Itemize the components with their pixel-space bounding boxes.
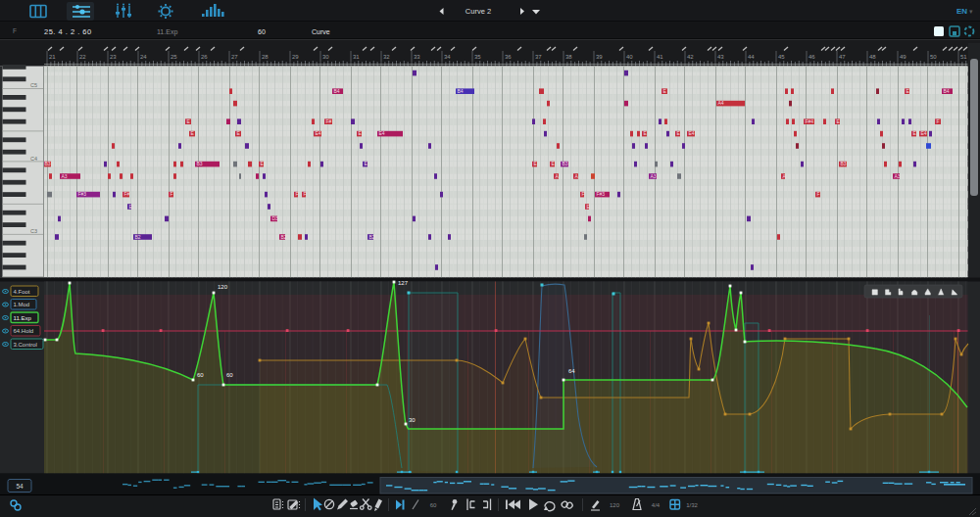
svg-text:B2: B2 bbox=[135, 234, 141, 240]
svg-text:120: 120 bbox=[610, 502, 620, 508]
svg-text:27: 27 bbox=[231, 54, 238, 60]
svg-text:29: 29 bbox=[292, 54, 299, 60]
svg-text:28: 28 bbox=[262, 54, 269, 60]
svg-text:25. 4 . 2 . 60: 25. 4 . 2 . 60 bbox=[44, 27, 92, 36]
svg-text:C5: C5 bbox=[30, 82, 37, 88]
svg-text:51: 51 bbox=[960, 54, 967, 60]
svg-text:4.Foot: 4.Foot bbox=[14, 289, 30, 295]
svg-text:F#3: F#3 bbox=[597, 191, 606, 197]
svg-text:64.Hold: 64.Hold bbox=[14, 328, 34, 334]
svg-text:E4: E4 bbox=[379, 130, 385, 136]
svg-text:B2: B2 bbox=[369, 234, 375, 240]
svg-text:24: 24 bbox=[140, 54, 147, 60]
svg-text:A3: A3 bbox=[651, 173, 657, 179]
svg-text:B3: B3 bbox=[197, 161, 203, 166]
svg-text:11.Exp: 11.Exp bbox=[14, 315, 32, 321]
svg-text:B3: B3 bbox=[563, 161, 568, 166]
svg-text:23: 23 bbox=[110, 54, 117, 60]
svg-text:54: 54 bbox=[16, 483, 24, 490]
svg-text:39: 39 bbox=[596, 54, 603, 60]
svg-text:A3: A3 bbox=[895, 173, 901, 179]
svg-text:F#4: F#4 bbox=[806, 118, 814, 124]
svg-text:E4: E4 bbox=[921, 130, 927, 136]
svg-text:F: F bbox=[13, 27, 17, 34]
svg-text:B3: B3 bbox=[841, 161, 847, 166]
svg-text:60: 60 bbox=[258, 28, 266, 35]
svg-text:4/4: 4/4 bbox=[652, 502, 661, 508]
svg-text:31: 31 bbox=[353, 54, 360, 60]
svg-text:36: 36 bbox=[505, 54, 512, 60]
svg-text:30: 30 bbox=[409, 417, 416, 423]
svg-text:F#: F# bbox=[124, 191, 130, 197]
svg-text:44: 44 bbox=[748, 54, 755, 60]
svg-text:50: 50 bbox=[930, 54, 937, 60]
svg-text:45: 45 bbox=[778, 54, 785, 60]
svg-text:F: F bbox=[296, 191, 299, 197]
svg-text:E4: E4 bbox=[316, 130, 321, 136]
svg-text:34: 34 bbox=[444, 54, 451, 60]
svg-text:21: 21 bbox=[49, 54, 56, 60]
svg-text:D3: D3 bbox=[272, 215, 279, 221]
svg-text:120: 120 bbox=[218, 284, 228, 290]
svg-text:B3: B3 bbox=[45, 161, 51, 166]
svg-text:F: F bbox=[304, 191, 307, 197]
svg-text:30: 30 bbox=[322, 54, 329, 60]
svg-text:F: F bbox=[171, 191, 173, 197]
svg-text:C4: C4 bbox=[30, 156, 37, 162]
svg-text:A3: A3 bbox=[62, 173, 68, 179]
svg-text:37: 37 bbox=[535, 54, 542, 60]
svg-text:49: 49 bbox=[900, 54, 906, 60]
svg-text:42: 42 bbox=[687, 54, 694, 60]
svg-text:B4: B4 bbox=[334, 88, 340, 94]
svg-text:E4: E4 bbox=[689, 130, 695, 136]
svg-text:60: 60 bbox=[430, 502, 437, 508]
svg-text:F#: F# bbox=[326, 118, 332, 124]
svg-text:B4: B4 bbox=[458, 88, 464, 94]
svg-text:26: 26 bbox=[201, 54, 208, 60]
svg-text:1/32: 1/32 bbox=[686, 502, 698, 508]
svg-text:F: F bbox=[817, 191, 820, 197]
svg-text:43: 43 bbox=[717, 54, 724, 60]
svg-text:▾: ▾ bbox=[969, 8, 973, 15]
svg-text:32: 32 bbox=[383, 54, 390, 60]
svg-text:47: 47 bbox=[839, 54, 846, 60]
svg-text:60: 60 bbox=[197, 372, 204, 378]
svg-text:33: 33 bbox=[414, 54, 420, 60]
svg-text:Curve 2: Curve 2 bbox=[466, 7, 491, 16]
svg-text:F: F bbox=[582, 191, 585, 197]
svg-text:41: 41 bbox=[657, 54, 663, 60]
svg-text:40: 40 bbox=[626, 54, 633, 60]
svg-text:F: F bbox=[937, 118, 940, 124]
svg-text:35: 35 bbox=[474, 54, 481, 60]
svg-text:22: 22 bbox=[79, 54, 86, 60]
svg-text:B4: B4 bbox=[944, 88, 950, 94]
svg-text:F#3: F#3 bbox=[78, 191, 87, 197]
svg-text:C3: C3 bbox=[30, 228, 37, 234]
svg-text:60: 60 bbox=[226, 372, 233, 378]
svg-text:38: 38 bbox=[565, 54, 572, 60]
svg-text:A4: A4 bbox=[718, 100, 724, 106]
svg-text:46: 46 bbox=[808, 54, 815, 60]
svg-text:3.Control: 3.Control bbox=[14, 342, 37, 348]
svg-text:64: 64 bbox=[568, 368, 575, 374]
svg-text:127: 127 bbox=[398, 280, 409, 286]
svg-text:Curve: Curve bbox=[312, 28, 330, 35]
svg-text:1.Mod: 1.Mod bbox=[14, 302, 30, 307]
svg-text:25: 25 bbox=[171, 54, 177, 60]
svg-text:B2: B2 bbox=[281, 234, 287, 240]
svg-text:EN: EN bbox=[956, 7, 967, 16]
svg-text:48: 48 bbox=[869, 54, 876, 60]
svg-text:11.Exp: 11.Exp bbox=[157, 28, 177, 36]
